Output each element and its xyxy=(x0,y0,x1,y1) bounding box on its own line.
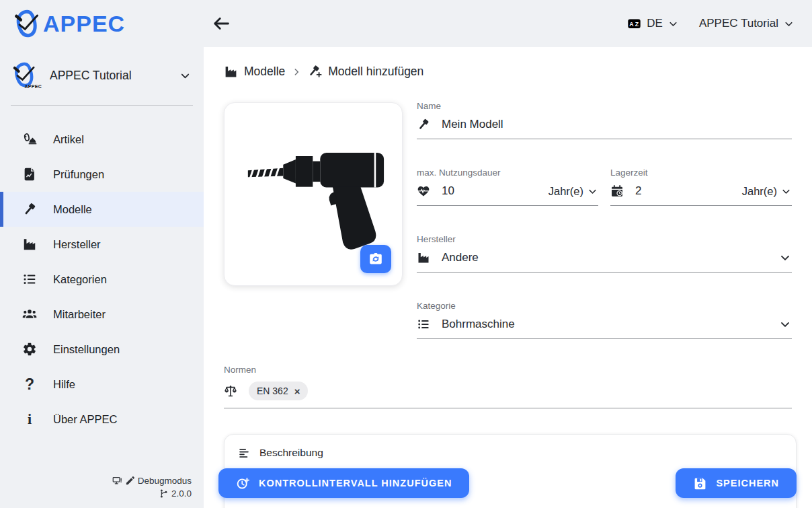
chevron-down-icon xyxy=(587,186,598,197)
arrow-left-icon xyxy=(212,14,231,33)
breadcrumb-current: Modell hinzufügen xyxy=(328,65,423,79)
version-number: 2.0.0 xyxy=(171,487,192,500)
sidebar-item-label: Modelle xyxy=(53,203,92,216)
app-logo: APPEC xyxy=(0,8,204,39)
sidebar-item-label: Mitarbeiter xyxy=(53,308,106,321)
appec-carabiner-icon xyxy=(12,8,42,39)
model-image-card xyxy=(224,102,403,286)
name-field[interactable]: Name Mein Modell xyxy=(417,101,792,139)
sidebar-item-artikel[interactable]: Artikel xyxy=(0,122,204,157)
model-form: Name Mein Modell max. Nutzungsdauer 10 J… xyxy=(417,101,792,339)
lagerzeit-unit-select[interactable]: Jahr(e) xyxy=(742,185,792,198)
info-icon: i xyxy=(22,410,37,428)
hammer-plus-icon xyxy=(308,65,322,79)
clock-plus-icon xyxy=(236,476,250,491)
norm-chip-label: EN 362 xyxy=(257,386,288,396)
factory-icon xyxy=(417,251,430,264)
kategorie-field[interactable]: Kategorie Bohrmaschine xyxy=(417,301,792,339)
sidebar-item-mitarbeiter[interactable]: Mitarbeiter xyxy=(0,297,204,332)
hammer-icon xyxy=(22,202,37,217)
unit-label: Jahr(e) xyxy=(742,185,777,198)
header-right: DE APPEC Tutorial xyxy=(626,17,812,31)
name-label: Name xyxy=(417,101,792,111)
floppy-disk-icon xyxy=(693,476,707,491)
brand-name: APPEC xyxy=(43,11,125,37)
question-icon: ? xyxy=(22,375,37,394)
sidebar-item-einstellungen[interactable]: Einstellungen xyxy=(0,332,204,367)
sidebar-item-kategorien[interactable]: Kategorien xyxy=(0,262,204,297)
chip-remove-icon[interactable]: × xyxy=(294,386,300,396)
hammer-icon xyxy=(417,118,430,131)
app-version: 2.0.0 xyxy=(112,487,192,500)
ppe-icon xyxy=(22,132,37,147)
account-name: APPEC Tutorial xyxy=(699,17,778,30)
sidebar-item-label: Hersteller xyxy=(53,238,101,251)
workspace-selector[interactable]: APPEC APPEC Tutorial xyxy=(0,47,204,104)
text-lines-icon xyxy=(238,447,250,459)
unit-label: Jahr(e) xyxy=(549,185,583,198)
list-icon xyxy=(417,318,430,331)
save-button[interactable]: SPEICHERN xyxy=(676,468,797,498)
chevron-right-icon xyxy=(291,67,302,77)
add-kontrollintervall-label: KONTROLLINTERVALL HINZUFÜGEN xyxy=(259,478,452,488)
debug-mode[interactable]: Debugmodus xyxy=(112,474,192,487)
mini-logo-caption: APPEC xyxy=(24,84,42,89)
sidebar-item-modelle[interactable]: Modelle xyxy=(0,192,204,227)
sidebar: APPEC APPEC Tutorial Artikel Prüfungen M… xyxy=(0,47,204,508)
scale-icon xyxy=(224,384,237,398)
back-button[interactable] xyxy=(212,14,231,33)
description-label: Beschreibung xyxy=(259,447,323,459)
sidebar-footer: Debugmodus 2.0.0 xyxy=(112,474,192,500)
sidebar-item-ueber-appec[interactable]: i Über APPEC xyxy=(0,402,204,437)
chevron-down-icon xyxy=(667,18,679,30)
people-icon xyxy=(22,307,37,322)
hersteller-label: Hersteller xyxy=(417,234,792,244)
max-nutzungsdauer-field[interactable]: max. Nutzungsdauer 10 Jahr(e) xyxy=(417,168,598,206)
actions-bar: KONTROLLINTERVALL HINZUFÜGEN SPEICHERN xyxy=(218,468,797,498)
appec-mini-logo-icon: APPEC xyxy=(11,61,39,90)
description-header: Beschreibung xyxy=(238,447,782,459)
chevron-down-icon[interactable] xyxy=(778,318,792,331)
max-nutzungsdauer-label: max. Nutzungsdauer xyxy=(417,168,598,178)
list-icon xyxy=(22,272,37,287)
normen-field[interactable]: Normen EN 362 × xyxy=(224,365,792,408)
chevron-down-icon xyxy=(780,186,792,197)
translate-icon xyxy=(626,17,642,31)
kategorie-label: Kategorie xyxy=(417,301,792,311)
normen-label: Normen xyxy=(224,365,792,375)
chevron-down-icon[interactable] xyxy=(778,251,792,264)
sidebar-divider xyxy=(11,105,193,106)
camera-flip-icon xyxy=(368,251,384,267)
sidebar-item-label: Artikel xyxy=(53,133,84,146)
sidebar-item-hersteller[interactable]: Hersteller xyxy=(0,227,204,262)
max-nutzungsdauer-value[interactable]: 10 xyxy=(442,184,454,198)
save-label: SPEICHERN xyxy=(716,478,779,488)
sidebar-item-label: Einstellungen xyxy=(53,343,120,356)
pencil-icon xyxy=(125,476,135,486)
lagerzeit-value[interactable]: 2 xyxy=(635,184,641,198)
debug-label: Debugmodus xyxy=(138,474,192,487)
hersteller-field[interactable]: Hersteller Andere xyxy=(417,234,792,273)
lagerzeit-field[interactable]: Lagerzeit 2 Jahr(e) xyxy=(610,168,792,206)
gear-icon xyxy=(22,342,37,357)
norm-chip[interactable]: EN 362 × xyxy=(249,382,308,400)
calendar-clock-icon xyxy=(610,184,624,198)
name-value[interactable]: Mein Modell xyxy=(442,118,503,131)
breadcrumb-modelle[interactable]: Modelle xyxy=(244,65,285,79)
max-nutzungsdauer-unit-select[interactable]: Jahr(e) xyxy=(549,185,598,198)
sidebar-item-label: Kategorien xyxy=(53,273,107,286)
sidebar-item-hilfe[interactable]: ? Hilfe xyxy=(0,367,204,402)
kategorie-value: Bohrmaschine xyxy=(442,318,515,331)
main-content: Modelle Modell hinzufügen xyxy=(204,47,812,508)
account-selector[interactable]: APPEC Tutorial xyxy=(699,17,795,30)
language-selector[interactable]: DE xyxy=(626,17,679,31)
language-code: DE xyxy=(647,17,663,30)
add-kontrollintervall-button[interactable]: KONTROLLINTERVALL HINZUFÜGEN xyxy=(218,468,469,498)
heart-pulse-icon xyxy=(417,184,430,198)
monitor-icon xyxy=(112,476,122,486)
sidebar-item-pruefungen[interactable]: Prüfungen xyxy=(0,157,204,192)
change-image-button[interactable] xyxy=(360,245,391,273)
chevron-down-icon xyxy=(179,69,192,82)
workspace-name: APPEC Tutorial xyxy=(50,69,132,83)
sidebar-item-label: Hilfe xyxy=(53,378,75,391)
